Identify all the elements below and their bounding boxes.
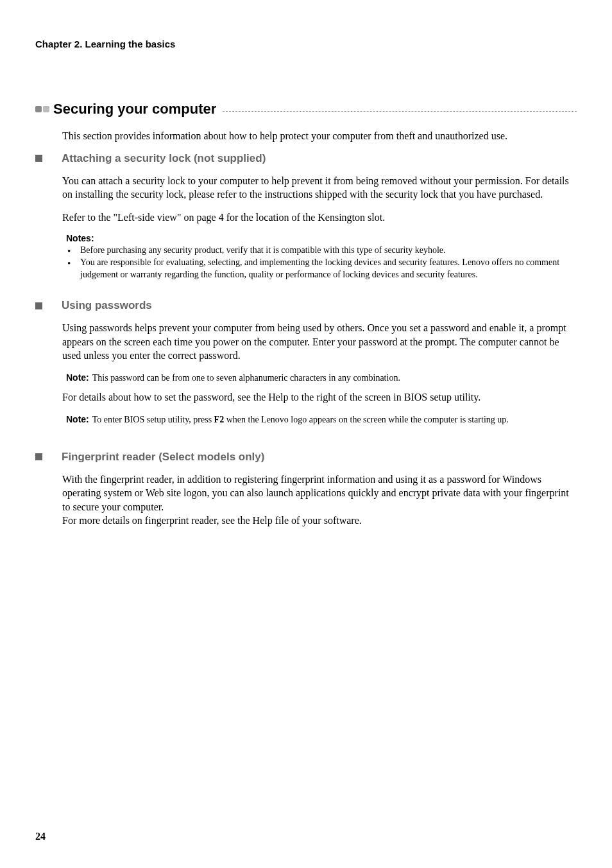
paragraph: For more details on fingerprint reader, … [62, 514, 577, 528]
square-bullet-icon [35, 453, 42, 460]
section-title: Securing your computer [53, 101, 216, 117]
svg-rect-1 [43, 106, 49, 112]
paragraph: You can attach a security lock to your c… [62, 174, 577, 202]
subsection-heading-row: Fingerprint reader (Select models only) [35, 451, 577, 464]
notes-list: Before purchasing any security product, … [66, 245, 577, 281]
subsection-title: Using passwords [62, 299, 152, 312]
chapter-header: Chapter 2. Learning the basics [35, 39, 577, 49]
section-intro: This section provides information about … [62, 129, 577, 143]
subsection-heading-row: Attaching a security lock (not supplied) [35, 152, 577, 165]
note-block: Note: This password can be from one to s… [66, 372, 577, 385]
note-item: Before purchasing any security product, … [66, 245, 577, 257]
paragraph: Using passwords helps prevent your compu… [62, 321, 577, 363]
note-label: Note: [66, 372, 89, 385]
section-heading-row: Securing your computer [35, 101, 577, 117]
subsection-title: Attaching a security lock (not supplied) [62, 152, 266, 165]
square-bullet-icon [35, 302, 42, 309]
paragraph: For details about how to set the passwor… [62, 390, 577, 404]
subsection-heading-row: Using passwords [35, 299, 577, 312]
note-content: This password can be from one to seven a… [92, 372, 577, 385]
note-label: Note: [66, 413, 89, 426]
note-content: To enter BIOS setup utility, press F2 wh… [92, 413, 577, 426]
paragraph: With the fingerprint reader, in addition… [62, 473, 577, 514]
subsection-title: Fingerprint reader (Select models only) [62, 451, 264, 464]
square-bullet-icon [35, 155, 42, 162]
note-item: You are responsible for evaluating, sele… [66, 257, 577, 281]
heading-dash-line [223, 111, 577, 112]
note-text-a: To enter BIOS setup utility, press [92, 415, 214, 424]
paragraph: Refer to the "Left-side view" on page 4 … [62, 211, 577, 225]
page-number: 24 [35, 831, 46, 842]
svg-rect-0 [35, 106, 42, 112]
note-text-b: when the Lenovo logo appears on the scre… [224, 415, 509, 424]
notes-label: Notes: [66, 233, 577, 243]
double-bullet-icon [35, 106, 49, 112]
note-bold-key: F2 [214, 415, 225, 424]
note-block: Note: To enter BIOS setup utility, press… [66, 413, 577, 426]
